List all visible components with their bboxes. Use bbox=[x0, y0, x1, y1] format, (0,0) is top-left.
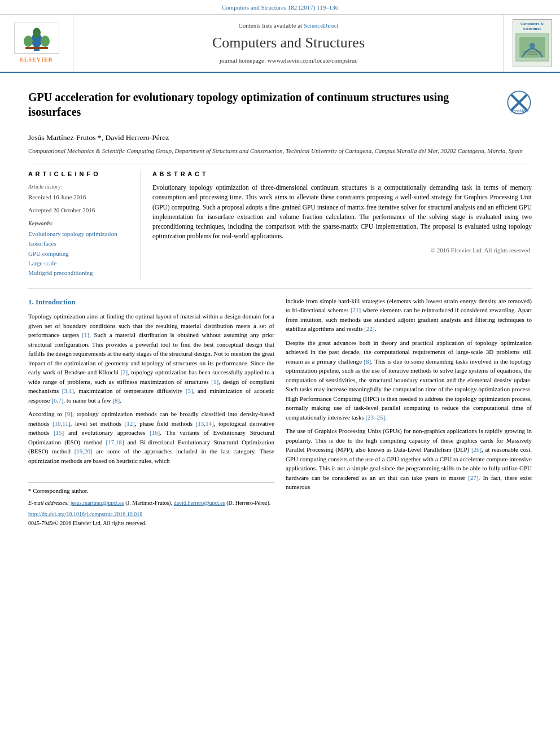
journal-cover-thumbnail: Computers & Structures bbox=[513, 19, 552, 67]
body-right-column: include from simple hard-kill strategies… bbox=[286, 296, 532, 527]
article-title: GPU acceleration for evolutionary topolo… bbox=[28, 90, 501, 119]
article-info-label: A R T I C L E I N F O bbox=[28, 170, 132, 178]
body-left-column: 1. Introduction Topology optimization ai… bbox=[28, 296, 274, 527]
svg-rect-10 bbox=[527, 54, 538, 55]
keyword-3: GPU computing bbox=[28, 250, 132, 258]
ref-9[interactable]: [9] bbox=[65, 410, 72, 417]
svg-text:CrossMark: CrossMark bbox=[510, 109, 529, 113]
footnote-emails: E-mail addresses: jesus.martinez@upct.es… bbox=[28, 498, 274, 508]
article-info-column: A R T I C L E I N F O Article history: R… bbox=[28, 170, 141, 279]
article-title-section: GPU acceleration for evolutionary topolo… bbox=[28, 84, 532, 125]
body-paragraph-3: include from simple hard-kill strategies… bbox=[286, 296, 532, 334]
journal-homepage: journal homepage: www.elsevier.com/locat… bbox=[220, 56, 357, 65]
body-paragraph-1: Topology optimization aims at finding th… bbox=[28, 312, 274, 405]
keyword-5: Multigrid preconditioning bbox=[28, 269, 132, 277]
cover-title: Computers & Structures bbox=[515, 21, 550, 31]
ref-8b[interactable]: [8] bbox=[364, 358, 371, 365]
elsevier-logo-section: ELSEVIER bbox=[0, 15, 73, 72]
ref-8[interactable]: [8] bbox=[112, 397, 120, 404]
ref-2[interactable]: [2] bbox=[120, 369, 128, 375]
ref-67[interactable]: [6,7] bbox=[51, 397, 63, 404]
introduction-heading: 1. Introduction bbox=[28, 296, 274, 308]
body-columns: 1. Introduction Topology optimization ai… bbox=[28, 288, 532, 527]
svg-point-8 bbox=[530, 43, 535, 49]
ref-2325[interactable]: [23–25] bbox=[365, 414, 385, 421]
keyword-4: Large scale bbox=[28, 259, 132, 268]
footnote-author: * Corresponding author. bbox=[28, 486, 274, 496]
ref-21[interactable]: [21] bbox=[351, 307, 361, 313]
keywords-list: Evolutionary topology optimization Isosu… bbox=[28, 230, 132, 278]
footnotes: * Corresponding author. E-mail addresses… bbox=[28, 482, 274, 527]
elsevier-logo-box bbox=[14, 23, 59, 54]
keywords-label: Keywords: bbox=[28, 220, 132, 228]
affiliation: Computational Mechanics & Scientific Com… bbox=[28, 147, 532, 155]
ref-16[interactable]: [16] bbox=[150, 429, 160, 436]
ref-1[interactable]: [1] bbox=[82, 331, 89, 338]
accepted-date: Accepted 20 October 2016 bbox=[28, 206, 132, 215]
svg-point-4 bbox=[33, 28, 41, 38]
elsevier-logo: ELSEVIER bbox=[14, 23, 59, 64]
received-date: Received 16 June 2016 bbox=[28, 193, 132, 202]
abstract-label: A B S T R A C T bbox=[152, 170, 532, 178]
ref-5[interactable]: [5] bbox=[186, 387, 193, 394]
journal-header: ELSEVIER Contents lists available at Sci… bbox=[0, 15, 560, 73]
email-link-1[interactable]: jesus.martinez@upct.es bbox=[71, 500, 124, 506]
ref-1b[interactable]: [1] bbox=[211, 378, 218, 385]
doi-link[interactable]: http://dx.doi.org/10.1016/j.compstruc.20… bbox=[28, 511, 142, 517]
ref-1920[interactable]: [19,20] bbox=[75, 448, 93, 455]
copyright-line: © 2016 Elsevier Ltd. All rights reserved… bbox=[152, 246, 532, 255]
body-paragraph-4: Despite the great advances both in theor… bbox=[286, 338, 532, 422]
authors: Jesús Martínez-Frutos *, David Herrero-P… bbox=[28, 133, 532, 143]
svg-rect-5 bbox=[25, 47, 48, 49]
ref-1011[interactable]: [10,11] bbox=[53, 420, 71, 427]
crossmark-icon[interactable]: CrossMark bbox=[506, 90, 532, 115]
svg-rect-9 bbox=[523, 51, 541, 53]
abstract-text: Evolutionary topology optimization of th… bbox=[152, 183, 532, 242]
ref-34[interactable]: [3,4] bbox=[62, 387, 74, 394]
contents-available-text: Contents lists available at ScienceDirec… bbox=[238, 21, 338, 30]
keyword-1: Evolutionary topology optimization bbox=[28, 230, 132, 238]
history-label: Article history: bbox=[28, 183, 132, 191]
ref-12[interactable]: [12] bbox=[125, 420, 135, 427]
top-journal-reference: Computers and Structures 182 (2017) 119–… bbox=[0, 0, 560, 15]
elsevier-wordmark: ELSEVIER bbox=[20, 56, 53, 64]
svg-point-2 bbox=[24, 36, 33, 47]
email-link-2[interactable]: david.herrero@upct.es bbox=[174, 500, 225, 506]
cover-visual-icon bbox=[517, 34, 548, 60]
cover-image bbox=[515, 33, 549, 62]
abstract-column: A B S T R A C T Evolutionary topology op… bbox=[152, 170, 532, 279]
body-paragraph-5: The use of Graphics Processing Units (GP… bbox=[286, 426, 532, 492]
sciencedirect-link[interactable]: ScienceDirect bbox=[304, 22, 339, 29]
article-info-abstract-section: A R T I C L E I N F O Article history: R… bbox=[28, 164, 532, 279]
ref-22[interactable]: [22] bbox=[364, 325, 374, 332]
svg-point-3 bbox=[41, 36, 50, 47]
footer-issn: 0045-7949/© 2016 Elsevier Ltd. All right… bbox=[28, 519, 274, 527]
ref-15[interactable]: [15] bbox=[54, 429, 64, 436]
journal-cover-thumbnail-section: Computers & Structures bbox=[504, 15, 560, 72]
ref-27[interactable]: [27] bbox=[468, 474, 478, 481]
ref-1718[interactable]: [17,18] bbox=[106, 439, 124, 445]
crossmark-svg: CrossMark bbox=[506, 90, 532, 115]
ref-1314[interactable]: [13,14] bbox=[196, 420, 214, 427]
ref-26[interactable]: [26] bbox=[471, 446, 482, 453]
article-title-text: GPU acceleration for evolutionary topolo… bbox=[28, 90, 501, 125]
journal-title: Computers and Structures bbox=[212, 33, 365, 53]
footer-doi: http://dx.doi.org/10.1016/j.compstruc.20… bbox=[28, 509, 274, 519]
main-content: GPU acceleration for evolutionary topolo… bbox=[0, 73, 560, 538]
keyword-2: Isosurfaces bbox=[28, 239, 132, 248]
journal-reference-text: Computers and Structures 182 (2017) 119–… bbox=[222, 4, 338, 11]
body-paragraph-2: According to [9], topology optimization … bbox=[28, 409, 274, 465]
elsevier-tree-icon bbox=[17, 24, 56, 53]
journal-header-center: Contents lists available at ScienceDirec… bbox=[73, 15, 504, 72]
